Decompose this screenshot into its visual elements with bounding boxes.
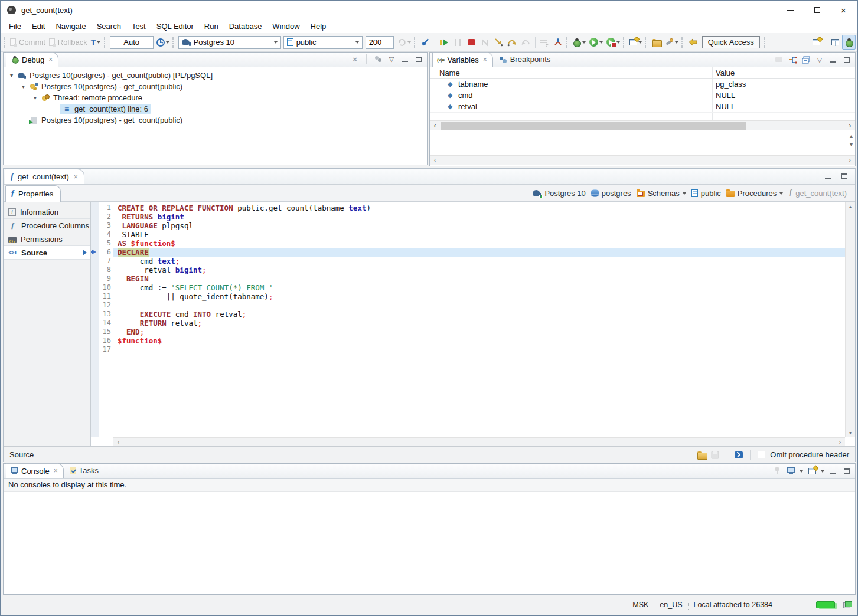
menu-navigate[interactable]: Navigate <box>50 22 91 31</box>
debug-toolbar-extra-icon[interactable] <box>373 54 383 64</box>
minimize-view-button[interactable] <box>400 54 410 64</box>
code-line-4[interactable]: STABLE <box>113 230 845 239</box>
code-line-16[interactable]: $function$ <box>113 336 845 345</box>
expand-icon[interactable]: ▾ <box>8 72 15 78</box>
detail-hscrollbar[interactable]: ‹ › <box>430 155 855 165</box>
source-editor[interactable]: 1234567891011121314151617 CREATE OR REPL… <box>91 202 855 446</box>
sidebar-item-permissions[interactable]: Permissions <box>4 232 90 246</box>
code-line-7[interactable]: cmd text; <box>113 257 845 266</box>
link-with-debug-button[interactable] <box>552 35 565 50</box>
editor-tab[interactable]: ƒ get_count(text) × <box>5 169 84 184</box>
variables-tab[interactable]: (x)= Variables × <box>432 52 493 67</box>
step-return-button[interactable] <box>519 35 533 50</box>
last-edit-location-button[interactable] <box>686 35 700 50</box>
code-line-9[interactable]: BEGIN <box>113 274 845 283</box>
scroll-left-icon[interactable]: ‹ <box>430 121 440 130</box>
debug-tree-item[interactable]: ≡get_count(text) line: 6 <box>4 103 427 114</box>
annotation-ruler[interactable] <box>91 202 99 437</box>
pin-console-button[interactable] <box>772 466 782 476</box>
code-line-15[interactable]: END; <box>113 327 845 336</box>
menu-edit[interactable]: Edit <box>27 22 50 31</box>
console-content[interactable] <box>4 492 855 594</box>
show-type-names-button[interactable] <box>774 55 784 64</box>
commit-mode-select[interactable]: Auto <box>110 36 154 49</box>
breakpoints-tab[interactable]: Breakpoints <box>493 52 557 67</box>
debug-tree-item[interactable]: ▾Postgres 10(postgres) - get_count(publi… <box>4 81 427 92</box>
code-line-10[interactable]: cmd := 'SELECT COUNT(*) FROM ' <box>113 283 845 292</box>
omit-procedure-header-checkbox[interactable] <box>758 451 765 458</box>
menu-sql-editor[interactable]: SQL Editor <box>151 22 199 31</box>
scroll-right-icon[interactable]: › <box>845 121 855 130</box>
commit-button[interactable]: Commit <box>8 35 47 50</box>
sidebar-item-source[interactable]: <>TSource <box>4 246 90 260</box>
scroll-down-icon[interactable]: ▾ <box>850 141 853 148</box>
menu-test[interactable]: Test <box>126 22 151 31</box>
open-console-button[interactable] <box>807 466 817 476</box>
schema-select[interactable]: public <box>283 36 363 49</box>
run-menu-button[interactable] <box>588 35 605 50</box>
locale-indicator[interactable]: en_US <box>660 601 682 609</box>
breadcrumb-get-count-text[interactable]: ƒget_count(text) <box>788 188 847 198</box>
scroll-right-icon[interactable]: › <box>845 156 855 165</box>
dropdown-icon[interactable] <box>821 470 824 474</box>
variables-hscrollbar[interactable]: ‹ › <box>430 120 855 130</box>
transaction-log-button[interactable] <box>155 35 171 50</box>
code-line-6[interactable]: DECLARE <box>113 248 845 257</box>
maximize-view-button[interactable] <box>414 54 423 64</box>
sidebar-item-information[interactable]: iInformation <box>4 205 90 219</box>
line-number-ruler[interactable]: 1234567891011121314151617 <box>99 202 113 437</box>
variable-row[interactable]: ◆tabnamepg_class <box>430 79 855 90</box>
refresh-button[interactable] <box>396 35 413 50</box>
search-menu-button[interactable] <box>663 35 680 50</box>
maximize-editor-button[interactable] <box>840 171 849 181</box>
variable-detail-pane[interactable]: ▴ ▾ <box>430 130 855 155</box>
display-console-button[interactable] <box>786 466 795 476</box>
dropdown-icon[interactable] <box>779 192 783 196</box>
editor-hscrollbar[interactable]: ‹ › <box>113 437 845 446</box>
maximize-view-button[interactable] <box>842 466 852 476</box>
view-menu-button[interactable]: ▽ <box>387 54 396 64</box>
breadcrumb-public[interactable]: public <box>691 189 721 198</box>
sql-console-button[interactable] <box>735 451 743 458</box>
debug-menu-button[interactable] <box>571 35 588 50</box>
code-line-5[interactable]: AS $function$ <box>113 239 845 248</box>
variable-row[interactable]: ◆retvalNULL <box>430 101 855 113</box>
breadcrumb-schemas[interactable]: Schemas <box>637 189 686 198</box>
code-line-1[interactable]: CREATE OR REPLACE FUNCTION public.get_co… <box>113 204 845 212</box>
expand-icon[interactable]: ▾ <box>20 83 27 90</box>
background-jobs-icon[interactable] <box>843 601 852 608</box>
scroll-right-icon[interactable]: › <box>835 438 845 446</box>
show-logical-structure-button[interactable] <box>788 55 797 64</box>
rollback-button[interactable]: Rollback <box>47 35 89 50</box>
minimize-view-button[interactable] <box>828 466 838 476</box>
progress-indicator[interactable] <box>816 601 835 608</box>
view-menu-button[interactable]: ▽ <box>815 55 824 64</box>
code-line-12[interactable] <box>113 301 845 310</box>
maximize-window-button[interactable] <box>804 1 830 19</box>
collapse-all-button[interactable] <box>801 55 811 64</box>
menu-search[interactable]: Search <box>92 22 126 31</box>
minimize-window-button[interactable] <box>777 1 804 19</box>
debug-tree-item[interactable]: ▾Postgres 10(postgres) - get_count(publi… <box>4 70 427 81</box>
disconnect-button[interactable] <box>478 35 492 50</box>
variable-row[interactable]: ◆cmdNULL <box>430 90 855 101</box>
minimize-view-button[interactable] <box>828 55 838 64</box>
value-column-header[interactable]: Value <box>716 68 735 77</box>
editor-vscrollbar[interactable]: ▴ ▾ <box>845 202 855 437</box>
save-to-file-button[interactable] <box>711 451 720 459</box>
scroll-left-icon[interactable]: ‹ <box>430 156 440 165</box>
code-line-3[interactable]: LANGUAGE plpgsql <box>113 221 845 230</box>
menu-run[interactable]: Run <box>199 22 224 31</box>
new-wizard-button[interactable] <box>628 35 644 50</box>
step-over-button[interactable] <box>505 35 519 50</box>
breadcrumb-postgres-10[interactable]: Postgres 10 <box>533 189 585 198</box>
close-icon[interactable]: × <box>48 55 53 64</box>
scroll-up-icon[interactable]: ▴ <box>846 203 855 209</box>
code-text[interactable]: CREATE OR REPLACE FUNCTION public.get_co… <box>113 202 845 437</box>
menu-window[interactable]: Window <box>267 22 305 31</box>
step-into-button[interactable] <box>492 35 505 50</box>
fetch-size-input[interactable] <box>366 36 394 49</box>
connection-select[interactable]: Postgres 10 <box>178 36 281 49</box>
scrollbar-thumb[interactable] <box>441 122 746 130</box>
breadcrumb-postgres[interactable]: postgres <box>591 189 631 198</box>
